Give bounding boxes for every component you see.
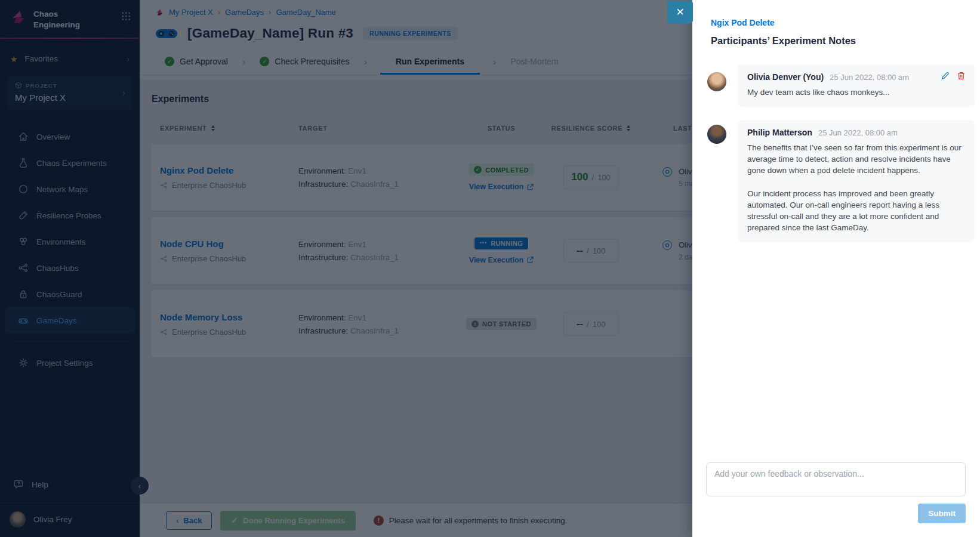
comment-author: Philip Matterson — [747, 128, 812, 137]
experiment-notes-drawer: Ngix Pod Delete Participants’ Experiment… — [692, 0, 980, 537]
comment-text: The benefits that I’ve seen so far from … — [747, 142, 965, 233]
comment-date: 25 Jun 2022, 08:00 am — [830, 73, 909, 82]
feedback-input[interactable] — [706, 462, 966, 496]
comment-author: Olivia Denver (You) — [747, 72, 824, 82]
drawer-title: Participants’ Experiment Notes — [711, 35, 966, 47]
delete-trash-icon[interactable] — [957, 72, 965, 80]
modal-dim-overlay[interactable] — [0, 0, 692, 537]
avatar — [707, 125, 726, 144]
submit-button[interactable]: Submit — [918, 504, 966, 523]
comment-text: My dev team acts like chaos monkeys... — [747, 87, 965, 98]
close-drawer-button[interactable]: ✕ — [667, 1, 693, 23]
comment-item: Philip Matterson 25 Jun 2022, 08:00 am T… — [692, 120, 980, 242]
avatar — [707, 72, 726, 91]
close-icon: ✕ — [676, 6, 684, 18]
edit-pencil-icon[interactable] — [941, 72, 950, 80]
comment-item: Olivia Denver (You) 25 Jun 2022, 08:00 a… — [692, 64, 980, 107]
drawer-experiment-link[interactable]: Ngix Pod Delete — [711, 18, 966, 27]
comment-date: 25 Jun 2022, 08:00 am — [818, 128, 898, 137]
